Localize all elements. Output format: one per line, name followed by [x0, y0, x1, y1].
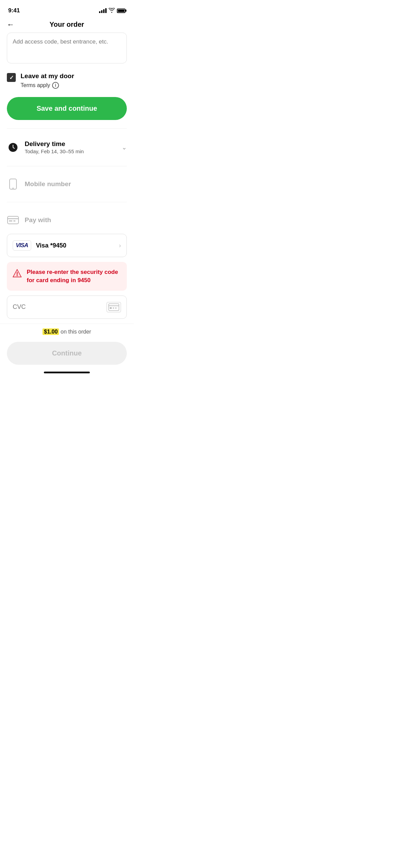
- visa-card-box[interactable]: VISA Visa *9450 ›: [7, 234, 127, 257]
- status-bar: 9:41: [0, 0, 134, 16]
- visa-card-label: Visa *9450: [36, 242, 114, 249]
- svg-rect-8: [109, 304, 119, 311]
- main-content: ✓ Leave at my door Terms apply i Save an…: [0, 33, 134, 319]
- header: ← Your order: [0, 16, 134, 33]
- divider-2: [7, 166, 127, 166]
- leave-at-door-label: Leave at my door: [21, 72, 74, 80]
- svg-rect-3: [8, 216, 19, 224]
- savings-bar: $1.00 on this order: [0, 324, 134, 338]
- cvc-input-wrapper[interactable]: [7, 296, 127, 319]
- info-icon[interactable]: i: [52, 82, 59, 89]
- svg-rect-1: [10, 179, 16, 189]
- save-continue-button[interactable]: Save and continue: [7, 97, 127, 120]
- pay-with-content: Pay with: [25, 216, 127, 224]
- svg-rect-6: [13, 220, 15, 221]
- battery-icon: [117, 9, 125, 13]
- delivery-time-content: Delivery time Today, Feb 14, 30–55 min: [25, 140, 116, 154]
- terms-row: Terms apply i: [21, 82, 74, 89]
- visa-logo: VISA: [13, 240, 31, 251]
- leave-at-door-checkbox[interactable]: ✓: [7, 73, 16, 82]
- continue-button[interactable]: Continue: [7, 342, 127, 365]
- svg-rect-5: [9, 220, 12, 221]
- checkmark-icon: ✓: [9, 74, 14, 81]
- chevron-down-icon: ⌄: [122, 144, 127, 151]
- clock-icon: [7, 141, 19, 154]
- card-icon: [7, 214, 19, 226]
- leave-at-door-row: ✓ Leave at my door Terms apply i: [7, 72, 127, 89]
- cvc-card-icon: [107, 302, 121, 312]
- terms-text: Terms apply: [21, 82, 50, 88]
- checkbox-label-group: Leave at my door Terms apply i: [21, 72, 74, 89]
- back-button[interactable]: ←: [7, 20, 14, 29]
- signal-icon: [99, 8, 107, 13]
- divider-3: [7, 202, 127, 202]
- pay-with-row: Pay with: [7, 210, 127, 230]
- mobile-number-row[interactable]: Mobile number: [7, 174, 127, 194]
- warning-icon: [12, 269, 22, 280]
- divider-1: [7, 128, 127, 129]
- mobile-number-content: Mobile number: [25, 180, 127, 188]
- home-indicator: [0, 368, 134, 376]
- savings-amount: $1.00: [42, 328, 59, 335]
- delivery-time-title: Delivery time: [25, 140, 116, 148]
- instructions-input[interactable]: [7, 33, 127, 63]
- mobile-number-label: Mobile number: [25, 180, 127, 188]
- error-message: Please re-enter the security code for ca…: [27, 268, 121, 285]
- savings-text: $1.00 on this order: [7, 329, 127, 335]
- svg-rect-12: [115, 308, 117, 309]
- svg-rect-11: [113, 308, 114, 309]
- home-bar: [44, 372, 90, 373]
- phone-icon: [7, 178, 19, 190]
- svg-rect-2: [12, 188, 14, 189]
- status-time: 9:41: [8, 7, 20, 14]
- cvc-input[interactable]: [13, 303, 102, 311]
- delivery-time-row[interactable]: Delivery time Today, Feb 14, 30–55 min ⌄: [7, 137, 127, 158]
- svg-point-7: [17, 275, 18, 276]
- chevron-right-icon: ›: [119, 242, 121, 249]
- page-title: Your order: [50, 21, 84, 28]
- error-box: Please re-enter the security code for ca…: [7, 262, 127, 291]
- wifi-icon: [109, 8, 115, 14]
- status-icons: [99, 8, 125, 14]
- pay-with-label: Pay with: [25, 216, 127, 224]
- svg-rect-10: [110, 308, 112, 309]
- delivery-time-subtitle: Today, Feb 14, 30–55 min: [25, 148, 116, 154]
